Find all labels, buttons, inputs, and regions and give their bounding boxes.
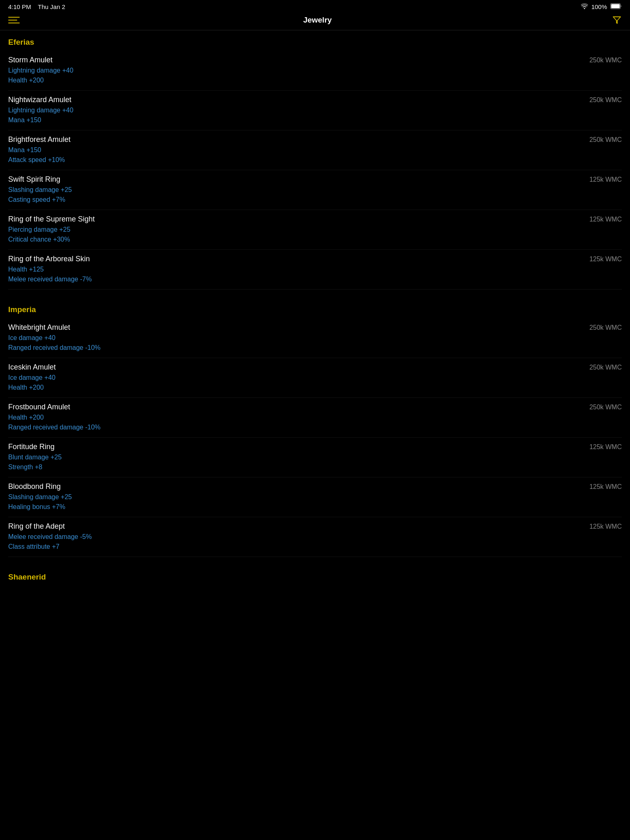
item-stat: Healing bonus +7% bbox=[8, 502, 583, 512]
item-stat: Mana +150 bbox=[8, 115, 583, 125]
item-stat: Strength +8 bbox=[8, 462, 583, 472]
item-stat: Casting speed +7% bbox=[8, 195, 583, 205]
status-time-date: 4:10 PM Thu Jan 2 bbox=[8, 3, 65, 10]
section-header-imperia: Imperia bbox=[8, 298, 622, 318]
item-stat: Ranged received damage -10% bbox=[8, 422, 583, 432]
item-name: Nightwizard Amulet bbox=[8, 96, 583, 104]
item-price: 125k WMC bbox=[583, 216, 622, 223]
item-stat: Lightning damage +40 bbox=[8, 105, 583, 115]
status-right-icons: 100% bbox=[581, 3, 622, 10]
list-item[interactable]: Ring of the Supreme SightPiercing damage… bbox=[8, 210, 622, 250]
status-time: 4:10 PM bbox=[8, 3, 31, 10]
item-price: 250k WMC bbox=[583, 57, 622, 64]
item-price: 250k WMC bbox=[583, 96, 622, 104]
battery-icon bbox=[610, 3, 622, 10]
item-price: 250k WMC bbox=[583, 324, 622, 331]
item-name: Brightforest Amulet bbox=[8, 135, 583, 144]
item-name: Swift Spirit Ring bbox=[8, 175, 583, 184]
section-header-eferias: Eferias bbox=[8, 30, 622, 51]
item-stat: Melee received damage -5% bbox=[8, 532, 583, 542]
item-name: Frostbound Amulet bbox=[8, 403, 583, 411]
list-item[interactable]: Bloodbond RingSlashing damage +25Healing… bbox=[8, 477, 622, 517]
item-price: 250k WMC bbox=[583, 136, 622, 144]
nav-bar: Jewelry bbox=[0, 12, 630, 30]
item-name: Storm Amulet bbox=[8, 56, 583, 64]
item-name: Ring of the Supreme Sight bbox=[8, 215, 583, 224]
page-title: Jewelry bbox=[23, 16, 612, 25]
item-price: 125k WMC bbox=[583, 523, 622, 530]
item-stat: Ice damage +40 bbox=[8, 333, 583, 343]
list-item[interactable]: Frostbound AmuletHealth +200Ranged recei… bbox=[8, 398, 622, 438]
item-stat: Attack speed +10% bbox=[8, 155, 583, 165]
svg-rect-1 bbox=[611, 4, 620, 8]
item-stat: Piercing damage +25 bbox=[8, 225, 583, 235]
item-stat: Health +200 bbox=[8, 413, 583, 422]
section-spacer bbox=[8, 290, 622, 298]
list-item[interactable]: Whitebright AmuletIce damage +40Ranged r… bbox=[8, 318, 622, 358]
section-spacer bbox=[8, 557, 622, 565]
item-stat: Health +125 bbox=[8, 265, 583, 274]
item-stat: Slashing damage +25 bbox=[8, 185, 583, 195]
item-stat: Class attribute +7 bbox=[8, 542, 583, 552]
item-name: Ring of the Adept bbox=[8, 522, 583, 531]
item-name: Bloodbond Ring bbox=[8, 482, 583, 491]
item-name: Ring of the Arboreal Skin bbox=[8, 255, 583, 263]
list-item[interactable]: Iceskin AmuletIce damage +40Health +2002… bbox=[8, 358, 622, 398]
item-price: 250k WMC bbox=[583, 404, 622, 411]
item-stat: Ranged received damage -10% bbox=[8, 343, 583, 353]
item-price: 250k WMC bbox=[583, 364, 622, 371]
item-stat: Blunt damage +25 bbox=[8, 452, 583, 462]
battery-percentage: 100% bbox=[591, 3, 607, 10]
content-area: EferiasStorm AmuletLightning damage +40H… bbox=[0, 30, 630, 586]
wifi-icon bbox=[581, 3, 588, 10]
item-price: 125k WMC bbox=[583, 176, 622, 183]
item-stat: Health +200 bbox=[8, 75, 583, 85]
list-item[interactable]: Swift Spirit RingSlashing damage +25Cast… bbox=[8, 170, 622, 210]
list-item[interactable]: Ring of the Arboreal SkinHealth +125Mele… bbox=[8, 250, 622, 290]
list-item[interactable]: Fortitude RingBlunt damage +25Strength +… bbox=[8, 438, 622, 477]
filter-button[interactable] bbox=[612, 15, 622, 25]
list-item[interactable]: Storm AmuletLightning damage +40Health +… bbox=[8, 51, 622, 91]
status-bar: 4:10 PM Thu Jan 2 100% bbox=[0, 0, 630, 12]
item-price: 125k WMC bbox=[583, 443, 622, 451]
status-date: Thu Jan 2 bbox=[38, 3, 65, 10]
item-price: 125k WMC bbox=[583, 483, 622, 491]
item-price: 125k WMC bbox=[583, 256, 622, 263]
list-item[interactable]: Brightforest AmuletMana +150Attack speed… bbox=[8, 130, 622, 170]
item-name: Iceskin Amulet bbox=[8, 363, 583, 372]
item-stat: Lightning damage +40 bbox=[8, 66, 583, 75]
item-stat: Melee received damage -7% bbox=[8, 274, 583, 284]
filter-icon bbox=[612, 15, 622, 25]
item-name: Whitebright Amulet bbox=[8, 323, 583, 332]
list-item[interactable]: Ring of the AdeptMelee received damage -… bbox=[8, 517, 622, 557]
list-item[interactable]: Nightwizard AmuletLightning damage +40Ma… bbox=[8, 91, 622, 130]
section-header-shaenerid: Shaenerid bbox=[8, 565, 622, 586]
item-stat: Ice damage +40 bbox=[8, 373, 583, 383]
item-stat: Mana +150 bbox=[8, 145, 583, 155]
item-stat: Slashing damage +25 bbox=[8, 492, 583, 502]
menu-button[interactable] bbox=[8, 17, 23, 23]
item-stat: Critical chance +30% bbox=[8, 235, 583, 244]
item-stat: Health +200 bbox=[8, 383, 583, 393]
item-name: Fortitude Ring bbox=[8, 443, 583, 451]
